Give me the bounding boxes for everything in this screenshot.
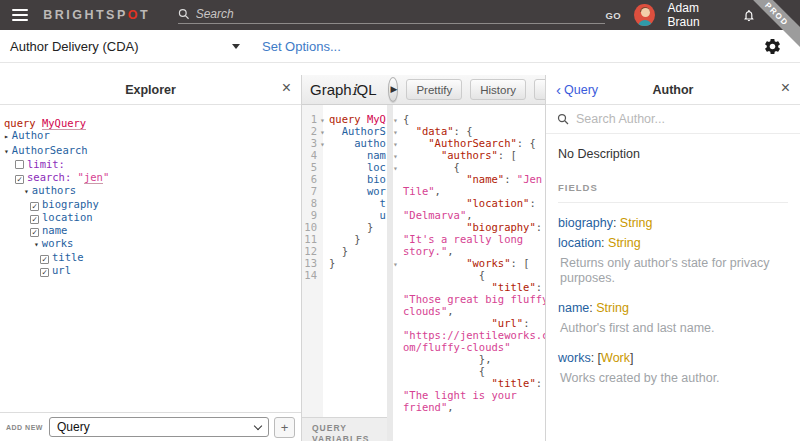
explorer-tree-item[interactable]: ▾works xyxy=(0,237,301,251)
fold-arrow-icon[interactable]: ▾ xyxy=(393,260,403,269)
docs-search-input[interactable] xyxy=(576,112,789,126)
collapse-arrow-icon[interactable]: ▾ xyxy=(24,187,29,196)
line-number: 13 xyxy=(302,257,320,269)
response-line: ▾ "works": [ xyxy=(393,257,545,269)
workspace-panels: Explorer × query MyQuery▸Author▾AuthorSe… xyxy=(0,75,800,441)
fold-arrow-icon[interactable]: ▾ xyxy=(393,140,403,149)
operation-name-input[interactable]: MyQuery xyxy=(42,117,86,130)
fold-arrow-icon[interactable]: ▾ xyxy=(393,152,403,161)
doc-field-name[interactable]: biography xyxy=(558,216,613,230)
editor-code: bio xyxy=(329,173,386,185)
explorer-tree-item[interactable]: ▾AuthorSearch xyxy=(0,144,301,158)
add-new-select[interactable]: Query xyxy=(49,417,269,437)
checkbox[interactable]: ✓ xyxy=(30,202,39,211)
close-icon[interactable]: × xyxy=(282,80,291,96)
graphiql-logo: GraphiQL xyxy=(310,81,377,99)
docs-back-link[interactable]: ‹Query xyxy=(556,82,598,97)
add-query-button[interactable]: + xyxy=(274,417,295,438)
explorer-tree-item[interactable]: ✓location xyxy=(0,211,301,224)
explorer-tree-item[interactable]: ✓search: "jen" xyxy=(0,171,301,184)
expand-arrow-icon[interactable]: ▸ xyxy=(4,132,9,141)
explorer-tree-item[interactable]: ✓name xyxy=(0,224,301,237)
fold-arrow-icon[interactable]: ▾ xyxy=(393,128,403,137)
notifications-bell-icon[interactable] xyxy=(742,7,756,24)
explorer-tree-item[interactable]: ✓title xyxy=(0,251,301,264)
doc-field-type[interactable]: String xyxy=(596,301,629,315)
editor-code: t xyxy=(329,197,386,209)
explorer-tree-item[interactable]: ✓url xyxy=(0,264,301,277)
response-code: "biography": xyxy=(403,221,542,233)
toolbar-button-partial[interactable] xyxy=(534,79,546,100)
doc-field-type[interactable]: String xyxy=(608,236,641,250)
checkbox[interactable]: ✓ xyxy=(40,255,49,264)
checkbox[interactable]: ✓ xyxy=(30,228,39,237)
response-line: "title": xyxy=(393,377,545,389)
fold-arrow-icon[interactable]: ▾ xyxy=(320,116,329,125)
hamburger-menu-icon[interactable] xyxy=(12,6,28,24)
argument-quote: " xyxy=(71,171,84,183)
response-code: Tile", xyxy=(403,185,441,197)
docs-header: ‹Query Author × xyxy=(546,75,800,105)
editor-line: 2▾ AuthorS xyxy=(302,125,387,137)
execute-play-button[interactable]: ▶ xyxy=(388,77,399,102)
response-line: }, xyxy=(393,353,545,365)
tree-node-label: Author xyxy=(12,129,50,141)
collapse-arrow-icon[interactable]: ▾ xyxy=(4,147,9,156)
code-token: "url" xyxy=(492,317,524,329)
avatar[interactable] xyxy=(634,4,654,26)
checkbox[interactable]: ✓ xyxy=(15,175,24,184)
code-token xyxy=(403,257,466,269)
argument-value-input[interactable]: jen xyxy=(84,171,103,184)
screen: BRIGHTSPOT GO Adam Braun PROD Author Del… xyxy=(0,0,800,441)
code-token: } xyxy=(329,245,348,257)
response-line: ▾ { xyxy=(393,161,545,173)
checkbox[interactable] xyxy=(15,160,24,169)
logo-text: T xyxy=(140,8,150,22)
doc-field-type[interactable]: Work xyxy=(601,351,630,365)
user-name[interactable]: Adam Braun xyxy=(668,1,730,29)
doc-field-name[interactable]: name xyxy=(558,301,589,315)
response-line: story.", xyxy=(393,245,545,257)
doc-field-type[interactable]: String xyxy=(620,216,653,230)
doc-field-name[interactable]: works xyxy=(558,351,591,365)
response-code: "works": [ xyxy=(403,257,529,269)
response-code: { xyxy=(403,161,460,173)
docs-search[interactable] xyxy=(546,105,800,134)
explorer-tree-item[interactable]: limit: xyxy=(0,158,301,170)
close-icon[interactable]: × xyxy=(781,80,790,96)
set-options-link[interactable]: Set Options... xyxy=(262,39,341,54)
fold-arrow-icon[interactable]: ▾ xyxy=(393,116,403,125)
code-token: Tile" xyxy=(403,185,435,197)
docs-body: No Description FIELDS biography: Stringl… xyxy=(546,147,800,386)
go-links-icon[interactable]: GO xyxy=(605,10,621,21)
editor-code: query MyQ xyxy=(329,113,386,125)
chevron-down-icon xyxy=(232,44,240,49)
global-search-input[interactable] xyxy=(196,7,606,21)
query-variables-pane[interactable]: QUERY VARIABLES xyxy=(302,417,387,441)
response-code: clouds", xyxy=(403,305,454,317)
response-code: "title": xyxy=(403,281,542,293)
line-number: 8 xyxy=(302,197,320,209)
explorer-tree-item[interactable]: query MyQuery xyxy=(0,117,301,129)
fold-arrow-icon[interactable]: ▾ xyxy=(393,164,403,173)
explorer-tree-item[interactable]: ✓biography xyxy=(0,198,301,211)
settings-gear-icon[interactable] xyxy=(763,37,782,56)
checkbox[interactable]: ✓ xyxy=(40,268,49,277)
graphiql-buttons: PrettifyHistory xyxy=(398,79,546,100)
global-search[interactable] xyxy=(178,7,605,24)
explorer-tree-item[interactable]: ▾authors xyxy=(0,184,301,198)
collapse-arrow-icon[interactable]: ▾ xyxy=(34,240,39,249)
code-token: : [ xyxy=(498,149,517,161)
query-editor[interactable]: 1▾query MyQ2▾ AuthorS3▾ autho4 nam5 loc6… xyxy=(302,105,387,441)
explorer-tree-item[interactable]: ▸Author xyxy=(0,129,301,143)
tree-node-label: authors xyxy=(32,184,76,196)
fold-arrow-icon[interactable]: ▾ xyxy=(320,128,329,137)
endpoint-select[interactable]: Author Delivery (CDA) xyxy=(10,39,240,54)
doc-field-name[interactable]: location xyxy=(558,236,601,250)
response-line: "location": xyxy=(393,197,545,209)
checkbox[interactable]: ✓ xyxy=(30,215,39,224)
prettify-button[interactable]: Prettify xyxy=(406,79,462,100)
history-button[interactable]: History xyxy=(470,79,526,100)
response-code: { xyxy=(403,365,485,377)
fold-arrow-icon[interactable]: ▾ xyxy=(320,140,329,149)
